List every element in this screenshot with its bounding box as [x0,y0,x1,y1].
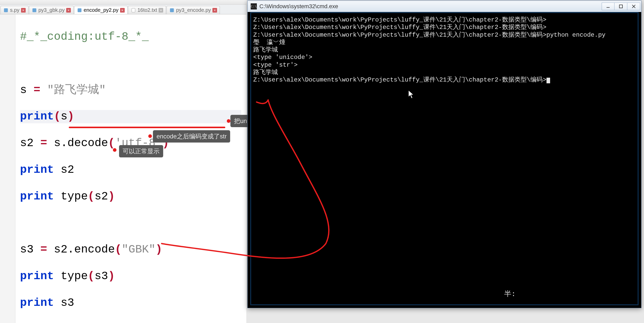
svg-rect-6 [619,5,622,8]
cmd-window: C:\ C:\Windows\system32\cmd.exe Z:\Users… [247,1,641,308]
code-paren: ( [108,137,115,149]
tab-file-0[interactable]: s.py × [1,6,28,14]
window-controls [602,3,640,10]
ime-status: 半: [504,289,516,299]
code-string: "GBK" [122,243,155,256]
annotation-dot [148,134,152,138]
editor-toolbar [0,0,246,5]
code-ident: s2 [54,163,74,176]
code-comment: #_*_coding:utf-8_*_ [20,30,149,43]
code-ident: s [61,110,67,123]
python-file-icon [32,8,37,13]
annotation-underline [69,127,225,128]
code-paren: ( [115,243,122,256]
cmd-icon: C:\ [251,3,257,9]
code-paren: ) [108,190,115,203]
tab-label: s.py [10,7,19,13]
code-keyword: print [20,110,54,123]
svg-rect-4 [170,8,174,12]
code-ident: type [54,190,88,203]
python-file-icon [169,8,174,13]
code-paren: ( [88,190,94,203]
tab-label: py3_encode.py [176,7,211,13]
tab-file-2[interactable]: encode_py2.py × [74,6,128,14]
code-paren: ) [108,270,115,282]
cmd-title: C:\Windows\system32\cmd.exe [259,3,602,10]
code-keyword: print [20,270,54,282]
annotation-dot [227,119,230,123]
annotation-chip-2: encode之后编码变成了str [153,130,230,143]
tab-label: encode_py2.py [84,7,119,13]
svg-rect-0 [4,8,8,12]
code-paren: ( [88,270,94,282]
maximize-button[interactable] [614,3,627,10]
python-file-icon [77,8,82,13]
code-ident: s [20,84,27,96]
minimize-button[interactable] [602,3,614,10]
tab-label: py3_gbk.py [38,7,65,13]
close-icon[interactable]: × [66,8,71,13]
code-op: = [34,243,54,256]
code-area[interactable]: #_*_coding:utf-8_*_ s = "路飞学城" print(s) … [15,14,246,323]
code-op: = [34,137,54,149]
code-ident: s3 [54,296,74,309]
code-string: "路飞学城" [47,84,106,96]
tab-file-3[interactable]: 16to2.txt × [128,6,166,14]
code-op: = [27,84,47,96]
annotation-dot [113,148,116,152]
close-button[interactable] [627,3,640,10]
svg-rect-2 [77,8,81,12]
code-keyword: print [20,190,54,203]
tab-file-4[interactable]: py3_encode.py × [167,6,220,14]
svg-rect-3 [132,8,135,12]
tab-file-1[interactable]: py3_gbk.py × [29,6,74,14]
python-file-icon [3,8,8,13]
close-icon[interactable]: × [120,8,125,13]
code-ident: s.decode [54,137,108,149]
code-ident: s2 [20,137,34,149]
editor-tab-bar: s.py × py3_gbk.py × encode_py2.py × 16to… [0,5,246,14]
code-ident: s2 [94,190,108,203]
code-paren: ) [67,110,74,123]
close-icon[interactable]: × [159,8,163,13]
svg-rect-1 [32,8,36,12]
tab-label: 16to2.txt [138,7,157,13]
code-ident: s3 [94,270,108,282]
code-ident: s2.encode [54,243,115,256]
code-keyword: print [20,163,54,176]
text-file-icon [131,8,136,13]
code-editor: s.py × py3_gbk.py × encode_py2.py × 16to… [0,0,246,323]
terminal-output: Z:\Users\alex\Documents\work\PyProjects\… [253,16,636,84]
code-ident: s3 [20,243,34,256]
code-keyword: print [20,296,54,309]
close-icon[interactable]: × [21,8,26,13]
cmd-client-area[interactable]: Z:\Users\alex\Documents\work\PyProjects\… [250,12,639,305]
line-number-gutter [0,14,15,323]
close-icon[interactable]: × [212,8,217,13]
annotation-chip-3: 可以正常显示 [119,145,163,157]
cmd-title-bar[interactable]: C:\ C:\Windows\system32\cmd.exe [248,1,641,12]
code-ident: type [54,270,88,282]
mouse-cursor-icon [408,90,414,99]
code-paren: ( [54,110,61,123]
code-paren: ) [155,243,162,256]
